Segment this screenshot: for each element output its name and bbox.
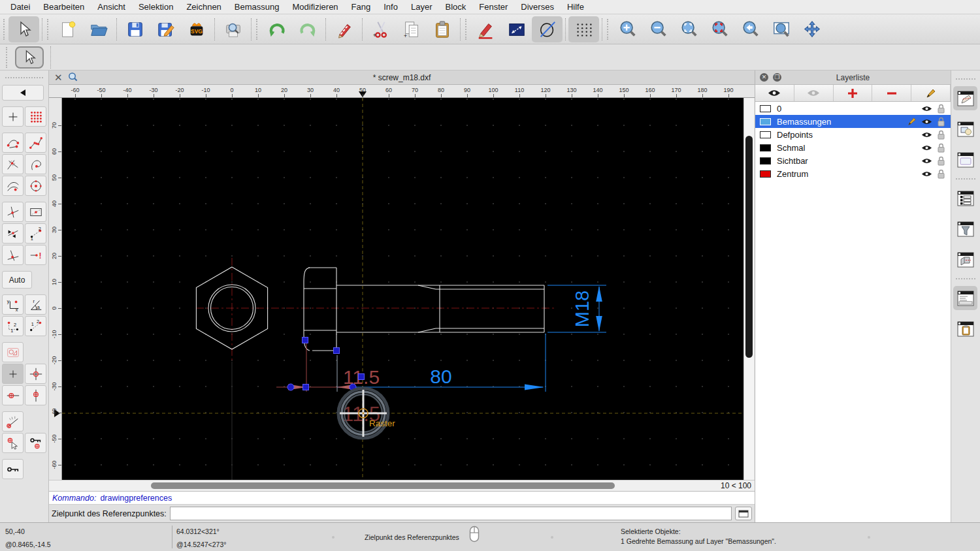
menu-fenster[interactable]: Fenster (472, 2, 514, 12)
snap-auto-button[interactable] (2, 223, 24, 244)
snap-exclude-button[interactable]: ! (25, 245, 46, 265)
snap-free-button[interactable] (2, 106, 24, 127)
layer-visible-icon[interactable] (921, 170, 932, 178)
pointer-tool-toggle[interactable] (15, 46, 44, 69)
layer-visible-icon[interactable] (921, 144, 932, 151)
toggle-selection-filter-button[interactable] (953, 217, 977, 241)
layer-visible-icon[interactable] (921, 157, 932, 165)
layer-row-defpoints[interactable]: Defpoints (755, 128, 951, 141)
float-panel-icon[interactable]: ❐ (773, 73, 781, 82)
menu-bemassung[interactable]: Bemassung (228, 2, 286, 12)
layer-color-swatch[interactable] (760, 170, 771, 178)
vertical-scrollbar[interactable] (743, 98, 754, 480)
layer-color-swatch[interactable] (760, 131, 771, 138)
toggle-library-browser-button[interactable] (953, 247, 977, 272)
toggle-block-panel-button[interactable] (953, 117, 977, 141)
menu-zeichnen[interactable]: Zeichnen (180, 2, 227, 12)
toggle-list-panel-button[interactable] (953, 186, 977, 210)
zoom-selection-button[interactable] (704, 16, 735, 42)
hide-all-layers-button[interactable] (794, 85, 834, 101)
pan-button[interactable] (796, 16, 827, 42)
layer-visibility-toggle[interactable] (919, 144, 934, 151)
layer-visible-icon[interactable] (921, 105, 932, 112)
snap-grid-button[interactable] (25, 106, 46, 127)
coordinate-polar-button[interactable]: ra (25, 294, 46, 315)
restrict-horizontal-button[interactable] (2, 385, 24, 405)
horizontal-scrollbar[interactable] (49, 480, 713, 491)
layer-lock-toggle[interactable] (934, 130, 948, 140)
layer-lock-toggle[interactable] (934, 104, 948, 114)
drawing-canvas[interactable]: 80 M18 (62, 98, 743, 480)
toggle-property-panel-button[interactable] (953, 148, 977, 172)
snap-center-button[interactable] (25, 176, 46, 196)
restrict-orthogonal-button[interactable] (25, 364, 46, 384)
set-relative-zero-button[interactable] (2, 433, 24, 453)
command-options-button[interactable] (735, 507, 752, 520)
snap-perpendicular-button[interactable] (2, 202, 24, 222)
layer-lock-toggle[interactable] (934, 156, 948, 166)
menu-info[interactable]: Info (377, 2, 404, 12)
menu-block[interactable]: Block (438, 2, 472, 12)
lock-relative-zero-button[interactable] (25, 433, 46, 453)
zoom-window-button[interactable] (766, 16, 796, 42)
snap-distance-button[interactable]: 12 (25, 223, 46, 244)
svg-export-button[interactable]: SVG (181, 16, 212, 42)
layer-row-zentrum[interactable]: Zentrum (755, 167, 951, 180)
layer-lock-icon[interactable] (937, 104, 945, 114)
lock-zero-button[interactable] (2, 459, 24, 479)
print-preview-button[interactable] (218, 16, 248, 42)
layer-lock-toggle[interactable] (934, 117, 948, 127)
restrict-vertical-button[interactable] (25, 385, 46, 405)
cut-button[interactable]: + (365, 16, 396, 42)
zoom-in-button[interactable] (612, 16, 643, 42)
restrict-off-button[interactable] (2, 364, 24, 384)
menu-fang[interactable]: Fang (345, 2, 378, 12)
layer-visibility-toggle[interactable] (919, 118, 934, 125)
add-layer-button[interactable] (834, 85, 873, 101)
snap-points-button[interactable] (25, 133, 46, 153)
restrict-settings-button[interactable] (2, 342, 24, 362)
menu-modifizieren[interactable]: Modifizieren (286, 2, 345, 12)
layer-visibility-toggle[interactable] (919, 131, 934, 138)
command-input[interactable] (170, 507, 732, 520)
redo-button[interactable] (292, 16, 323, 42)
open-document-button[interactable] (83, 16, 114, 42)
layer-lock-toggle[interactable] (934, 169, 948, 179)
zoom-auto-button[interactable] (674, 16, 704, 42)
dimension-tool-button[interactable] (501, 16, 532, 42)
toggle-command-line-button[interactable] (953, 286, 977, 310)
snap-auto-mode-button[interactable]: Auto (2, 271, 32, 289)
back-button[interactable] (2, 85, 44, 101)
menu-layer[interactable]: Layer (404, 2, 439, 12)
previous-view-button[interactable] (735, 16, 766, 42)
grid-toggle-button[interactable] (568, 16, 599, 42)
show-all-layers-button[interactable] (755, 85, 794, 101)
layer-visibility-toggle[interactable] (919, 105, 934, 112)
horizontal-scrollbar-thumb[interactable] (151, 482, 615, 489)
layer-lock-icon[interactable] (937, 156, 945, 166)
restrict-angle-button[interactable] (2, 411, 24, 432)
save-as-button[interactable] (150, 16, 181, 42)
snap-endpoints-button[interactable] (2, 133, 24, 153)
layer-visible-icon[interactable] (921, 118, 932, 125)
delete-button[interactable] (329, 16, 359, 42)
menu-diverses[interactable]: Diverses (514, 2, 561, 12)
close-panel-icon[interactable]: ✕ (760, 73, 768, 82)
layer-color-swatch[interactable] (760, 144, 771, 151)
layer-color-swatch[interactable] (760, 157, 771, 165)
menu-hilfe[interactable]: Hilfe (561, 2, 591, 12)
snap-reference-button[interactable] (25, 202, 46, 222)
layer-visibility-toggle[interactable] (919, 157, 934, 165)
relative-cartesian-button[interactable]: 12 (2, 316, 24, 336)
coordinate-cartesian-button[interactable]: yx (2, 294, 24, 315)
layer-edit-button[interactable] (905, 117, 919, 126)
close-document-icon[interactable]: ✕ (54, 74, 63, 82)
select-tool-button[interactable] (8, 16, 39, 42)
undo-button[interactable] (261, 16, 292, 42)
snap-coordinate-x-button[interactable] (2, 245, 24, 265)
layer-color-swatch[interactable] (760, 105, 771, 112)
layer-lock-icon[interactable] (937, 169, 945, 179)
snap-tangent-button[interactable] (2, 176, 24, 196)
snap-intersection-button[interactable] (2, 154, 24, 174)
layer-row-sichtbar[interactable]: Sichtbar (755, 154, 951, 167)
